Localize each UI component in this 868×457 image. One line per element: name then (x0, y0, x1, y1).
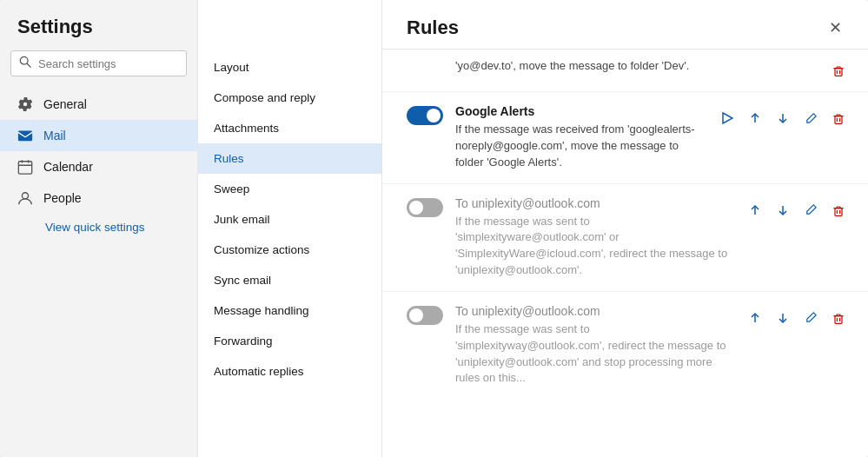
middle-item-rules[interactable]: Rules (198, 143, 381, 174)
toggle-on[interactable] (407, 106, 443, 125)
rule-partial-desc: 'yo@dev.to', move the message to folder … (455, 58, 814, 75)
table-row: To uniplexity@outlook.com If the message… (382, 184, 868, 292)
edit-button[interactable] (798, 198, 823, 222)
sidebar-item-people-label: People (43, 191, 82, 205)
people-icon (17, 190, 33, 206)
uniplexity2-actions (743, 306, 851, 330)
toggle-knob (409, 201, 423, 215)
settings-window: Settings General Mail (0, 0, 868, 457)
svg-line-1 (27, 63, 30, 67)
delete-button[interactable] (826, 306, 851, 330)
uniplexity1-desc: If the message was sent to 'simplexitywa… (455, 214, 731, 279)
toggle-off[interactable] (407, 198, 443, 217)
table-row: To uniplexity@outlook.com If the message… (382, 292, 868, 399)
rules-list: 'yo@dev.to', move the message to folder … (382, 50, 868, 457)
svg-rect-8 (835, 69, 842, 76)
rule-partial-actions (826, 58, 851, 83)
move-up-button[interactable] (743, 106, 767, 130)
delete-button[interactable] (826, 58, 851, 83)
move-up-button[interactable] (743, 306, 767, 330)
svg-rect-27 (835, 316, 842, 324)
gear-icon (17, 96, 33, 112)
uniplexity2-desc: If the message was sent to 'simplexitywa… (455, 321, 731, 387)
svg-marker-12 (723, 113, 732, 123)
search-input[interactable] (38, 57, 178, 70)
sidebar: Settings General Mail (0, 0, 198, 457)
move-down-button[interactable] (771, 306, 795, 330)
middle-item-compose[interactable]: Compose and reply (198, 83, 381, 113)
sidebar-title: Settings (0, 16, 197, 50)
play-button[interactable] (715, 106, 739, 130)
google-alerts-toggle[interactable] (407, 106, 443, 129)
sidebar-item-calendar[interactable]: Calendar (0, 151, 197, 182)
uniplexity1-content: To uniplexity@outlook.com If the message… (455, 196, 731, 279)
view-quick-settings-link[interactable]: View quick settings (0, 214, 197, 241)
right-panel: Rules ✕ 'yo@dev.to', move the message to… (382, 0, 868, 457)
sidebar-item-mail-label: Mail (43, 129, 66, 142)
svg-rect-15 (835, 116, 842, 124)
search-box[interactable] (10, 50, 187, 76)
sidebar-item-people[interactable]: People (0, 182, 197, 214)
mail-icon (17, 128, 33, 143)
middle-item-layout[interactable]: Layout (198, 52, 381, 83)
google-alerts-content: Google Alerts If the message was receive… (455, 104, 703, 171)
middle-item-attachments[interactable]: Attachments (198, 113, 381, 143)
sidebar-item-mail[interactable]: Mail (0, 120, 197, 151)
google-alerts-name: Google Alerts (455, 104, 703, 118)
move-down-button[interactable] (771, 198, 795, 222)
google-alerts-actions (715, 106, 851, 130)
middle-item-sync[interactable]: Sync email (198, 265, 381, 295)
toggle-knob (427, 109, 441, 123)
delete-button[interactable] (826, 106, 851, 130)
toggle-knob (409, 308, 423, 322)
table-row: 'yo@dev.to', move the message to folder … (382, 50, 868, 92)
edit-button[interactable] (798, 306, 823, 330)
uniplexity1-toggle[interactable] (407, 198, 443, 221)
middle-item-message[interactable]: Message handling (198, 295, 381, 326)
sidebar-item-calendar-label: Calendar (43, 160, 93, 174)
uniplexity2-content: To uniplexity@outlook.com If the message… (455, 304, 731, 387)
svg-point-7 (22, 193, 28, 199)
middle-item-forwarding[interactable]: Forwarding (198, 326, 381, 356)
calendar-icon (17, 159, 33, 175)
uniplexity1-actions (743, 198, 851, 222)
middle-item-auto[interactable]: Automatic replies (198, 356, 381, 387)
edit-button[interactable] (798, 106, 823, 130)
sidebar-item-general-label: General (43, 97, 87, 111)
right-panel-title: Rules (407, 17, 459, 39)
middle-panel: Layout Compose and reply Attachments Rul… (198, 0, 382, 457)
search-icon (19, 56, 31, 71)
move-down-button[interactable] (771, 106, 795, 130)
svg-rect-2 (18, 131, 32, 142)
uniplexity2-name: To uniplexity@outlook.com (455, 304, 731, 318)
middle-item-junk[interactable]: Junk email (198, 204, 381, 235)
google-alerts-desc: If the message was received from 'google… (455, 122, 703, 171)
right-header: Rules ✕ (382, 0, 868, 50)
uniplexity1-name: To uniplexity@outlook.com (455, 196, 731, 210)
svg-rect-3 (18, 162, 31, 174)
close-button[interactable]: ✕ (823, 16, 847, 40)
toggle-off[interactable] (407, 306, 443, 325)
delete-button[interactable] (826, 198, 851, 222)
table-row: Google Alerts If the message was receive… (382, 92, 868, 184)
move-up-button[interactable] (743, 198, 767, 222)
sidebar-item-general[interactable]: General (0, 89, 197, 120)
uniplexity2-toggle[interactable] (407, 306, 443, 328)
rule-partial-content: 'yo@dev.to', move the message to folder … (455, 58, 814, 75)
svg-rect-21 (835, 208, 842, 215)
middle-item-customize[interactable]: Customize actions (198, 235, 381, 265)
middle-item-sweep[interactable]: Sweep (198, 174, 381, 204)
